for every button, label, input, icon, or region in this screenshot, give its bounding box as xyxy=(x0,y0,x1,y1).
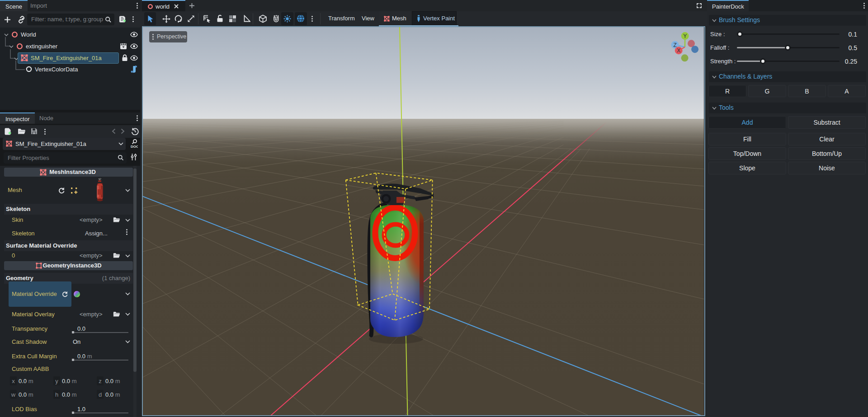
svg-text:Z: Z xyxy=(673,42,676,48)
svg-text:Y: Y xyxy=(683,33,687,39)
svg-text:DOC: DOC xyxy=(131,145,138,149)
svg-text:X: X xyxy=(677,47,680,54)
